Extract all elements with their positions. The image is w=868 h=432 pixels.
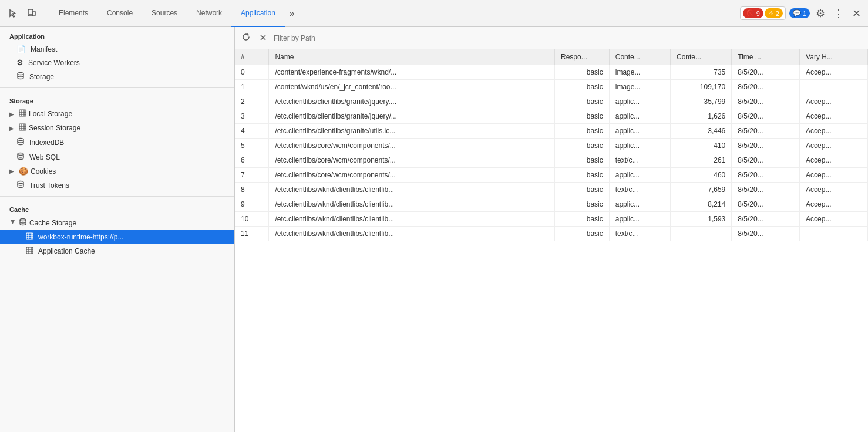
device-toolbar-button[interactable] [23, 5, 40, 22]
sidebar-item-trust-tokens[interactable]: Trust Tokens [0, 178, 234, 193]
sidebar-item-session-storage[interactable]: ▶ Session Storage [0, 121, 234, 135]
tab-console[interactable]: Console [97, 0, 142, 27]
col-header-num[interactable]: # [235, 49, 269, 65]
table-row[interactable]: 2/etc.clientlibs/clientlibs/granite/jque… [235, 95, 868, 109]
close-button[interactable]: ✕ [850, 5, 863, 22]
table-row[interactable]: 4/etc.clientlibs/clientlibs/granite/util… [235, 124, 868, 139]
sidebar-section-cache: Cache [0, 200, 234, 215]
main-area: Application 📄 Manifest ⚙ Service Workers… [0, 27, 868, 432]
sidebar-item-service-workers[interactable]: ⚙ Service Workers [0, 56, 234, 69]
sidebar-divider-1 [0, 87, 234, 88]
select-tool-button[interactable] [5, 5, 21, 22]
col-header-content-type[interactable]: Conte... [609, 49, 670, 65]
error-icon: 🚫 [746, 9, 755, 17]
svg-rect-9 [19, 124, 26, 130]
application-cache-icon [26, 247, 33, 256]
col-header-response[interactable]: Respo... [555, 49, 610, 65]
trust-tokens-icon [16, 180, 25, 190]
sidebar-section-application: Application [0, 27, 234, 42]
error-warning-badge-group[interactable]: 🚫 9 ⚠ 2 [740, 6, 786, 20]
sidebar-item-storage-main[interactable]: Storage [0, 69, 234, 84]
error-badge: 🚫 9 [743, 8, 763, 18]
toolbar-tabs: Elements Console Sources Network Applica… [49, 0, 300, 27]
devtools-toolbar: Elements Console Sources Network Applica… [0, 0, 868, 27]
settings-button[interactable]: ⚙ [813, 5, 827, 22]
sidebar-section-storage: Storage [0, 92, 234, 107]
warning-count: 2 [776, 10, 779, 17]
cookies-icon: 🍪 [19, 167, 28, 176]
table-row[interactable]: 6/etc.clientlibs/core/wcm/components/...… [235, 153, 868, 168]
table-row[interactable]: 3/etc.clientlibs/clientlibs/granite/jque… [235, 109, 868, 124]
sidebar-item-application-cache[interactable]: Application Cache [0, 244, 234, 258]
table-row[interactable]: 11/etc.clientlibs/wknd/clientlibs/client… [235, 227, 868, 241]
svg-rect-23 [26, 247, 33, 254]
tab-sources[interactable]: Sources [142, 0, 187, 27]
cache-storage-icon [19, 218, 27, 228]
service-workers-icon: ⚙ [16, 58, 23, 67]
sidebar-item-storage-label: Storage [29, 73, 54, 81]
sidebar-item-manifest-label: Manifest [31, 45, 57, 53]
content-area: # Name Respo... Conte... Conte... Time .… [235, 27, 868, 432]
sidebar-item-local-storage-label: Local Storage [29, 110, 72, 118]
refresh-button[interactable] [240, 31, 253, 45]
table-row[interactable]: 10/etc.clientlibs/wknd/clientlibs/client… [235, 212, 868, 227]
sidebar-item-manifest[interactable]: 📄 Manifest [0, 42, 234, 56]
table-row[interactable]: 9/etc.clientlibs/wknd/clientlibs/clientl… [235, 197, 868, 212]
cache-table: # Name Respo... Conte... Conte... Time .… [235, 49, 868, 241]
sidebar-item-cookies[interactable]: ▶ 🍪 Cookies [0, 164, 234, 178]
table-row[interactable]: 1/content/wknd/us/en/_jcr_content/roo...… [235, 80, 868, 95]
sidebar-item-indexeddb[interactable]: IndexedDB [0, 135, 234, 150]
svg-point-15 [18, 153, 23, 156]
sidebar-item-cache-storage-label: Cache Storage [29, 219, 76, 227]
svg-rect-4 [19, 110, 26, 116]
message-badge[interactable]: 💬 1 [789, 8, 810, 18]
sidebar-item-web-sql[interactable]: Web SQL [0, 150, 234, 164]
svg-point-17 [20, 219, 26, 221]
manifest-icon: 📄 [16, 45, 26, 53]
col-header-time[interactable]: Time ... [732, 49, 800, 65]
svg-point-14 [18, 139, 23, 141]
filter-bar [235, 27, 868, 49]
sidebar-item-service-workers-label: Service Workers [28, 59, 80, 67]
svg-point-3 [18, 73, 23, 75]
tab-elements[interactable]: Elements [49, 0, 97, 27]
col-header-vary[interactable]: Vary H... [800, 49, 868, 65]
col-header-name[interactable]: Name [269, 49, 555, 65]
indexeddb-icon [16, 137, 25, 147]
table-row[interactable]: 7/etc.clientlibs/core/wcm/components/...… [235, 168, 868, 183]
warning-badge: ⚠ 2 [765, 8, 783, 18]
sidebar-item-application-cache-label: Application Cache [38, 247, 95, 255]
svg-rect-1 [33, 11, 35, 16]
tab-network[interactable]: Network [187, 0, 231, 27]
svg-point-16 [18, 181, 23, 184]
cookies-expand-arrow: ▶ [9, 168, 16, 174]
sidebar-item-trust-tokens-label: Trust Tokens [29, 181, 69, 190]
table-row[interactable]: 8/etc.clientlibs/wknd/clientlibs/clientl… [235, 183, 868, 197]
web-sql-icon [16, 152, 25, 162]
cache-table-wrapper: # Name Respo... Conte... Conte... Time .… [235, 49, 868, 432]
error-count: 9 [756, 10, 760, 17]
session-storage-expand-arrow: ▶ [9, 125, 16, 131]
sidebar-item-cache-storage[interactable]: ▶ Cache Storage [0, 215, 234, 230]
sidebar-item-session-storage-label: Session Storage [29, 124, 80, 132]
table-header-row: # Name Respo... Conte... Conte... Time .… [235, 49, 868, 65]
sidebar-item-indexeddb-label: IndexedDB [29, 139, 64, 147]
svg-rect-18 [26, 233, 33, 239]
clear-button[interactable] [257, 31, 269, 45]
table-row[interactable]: 0/content/experience-fragments/wknd/...b… [235, 65, 868, 80]
tab-application[interactable]: Application [231, 0, 285, 27]
col-header-content-length[interactable]: Conte... [670, 49, 731, 65]
more-options-button[interactable]: ⋮ [831, 5, 846, 22]
sidebar: Application 📄 Manifest ⚙ Service Workers… [0, 27, 235, 432]
more-tabs-button[interactable]: » [285, 0, 300, 27]
message-icon: 💬 [793, 9, 801, 17]
sidebar-item-web-sql-label: Web SQL [29, 153, 60, 161]
filter-input[interactable] [274, 34, 863, 42]
sidebar-divider-2 [0, 196, 234, 197]
sidebar-item-cookies-label: Cookies [31, 167, 56, 176]
sidebar-item-workbox-runtime[interactable]: workbox-runtime-https://p... [0, 230, 234, 244]
sidebar-item-local-storage[interactable]: ▶ Local Storage [0, 107, 234, 121]
table-row[interactable]: 5/etc.clientlibs/core/wcm/components/...… [235, 139, 868, 153]
workbox-icon [26, 232, 33, 242]
table-body: 0/content/experience-fragments/wknd/...b… [235, 65, 868, 241]
